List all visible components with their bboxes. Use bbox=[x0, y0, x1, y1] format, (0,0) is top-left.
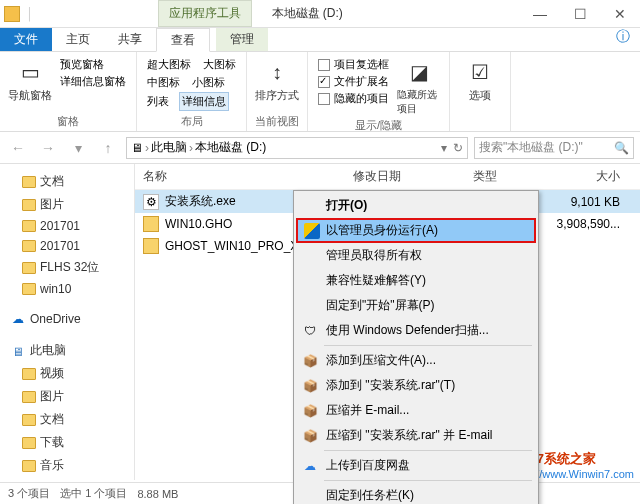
hide-selected-button[interactable]: ◪ 隐藏所选项目 bbox=[397, 56, 441, 116]
folder-icon bbox=[22, 414, 36, 426]
tab-home[interactable]: 主页 bbox=[52, 28, 104, 51]
window-controls: — ☐ ✕ bbox=[520, 0, 640, 28]
tab-view[interactable]: 查看 bbox=[156, 28, 210, 52]
pc-icon: 🖥 bbox=[131, 141, 143, 155]
nav-pane-icon: ▭ bbox=[14, 56, 46, 88]
tree-item-thispc[interactable]: 🖥此电脑 bbox=[4, 339, 130, 362]
ctx-defender[interactable]: 🛡使用 Windows Defender扫描... bbox=[296, 318, 536, 343]
chevron-right-icon: › bbox=[145, 141, 149, 155]
search-icon: 🔍 bbox=[614, 141, 629, 155]
options-button[interactable]: ☑ 选项 bbox=[458, 56, 502, 103]
search-placeholder: 搜索"本地磁盘 (D:)" bbox=[479, 139, 583, 156]
layout-extra-large[interactable]: 超大图标 bbox=[145, 56, 193, 73]
tab-share[interactable]: 共享 bbox=[104, 28, 156, 51]
group-label-panes: 窗格 bbox=[8, 112, 128, 129]
hide-icon: ◪ bbox=[403, 56, 435, 88]
help-icon[interactable]: ⓘ bbox=[606, 28, 640, 51]
tree-item-video[interactable]: 视频 bbox=[4, 362, 130, 385]
shield-icon bbox=[304, 223, 320, 239]
tree-item-docs2[interactable]: 文档 bbox=[4, 408, 130, 431]
col-name[interactable]: 名称 bbox=[135, 164, 345, 189]
tree-item-201701b[interactable]: 201701 bbox=[4, 236, 130, 256]
maximize-button[interactable]: ☐ bbox=[560, 0, 600, 28]
file-ext-toggle[interactable]: 文件扩展名 bbox=[316, 73, 391, 90]
ctx-take-ownership[interactable]: 管理员取得所有权 bbox=[296, 243, 536, 268]
search-input[interactable]: 搜索"本地磁盘 (D:)" 🔍 bbox=[474, 137, 634, 159]
up-button[interactable]: ↑ bbox=[96, 136, 120, 160]
tree-item-downloads[interactable]: 下载 bbox=[4, 431, 130, 454]
ctx-run-as-admin[interactable]: 以管理员身份运行(A) bbox=[296, 218, 536, 243]
context-menu: 打开(O) 以管理员身份运行(A) 管理员取得所有权 兼容性疑难解答(Y) 固定… bbox=[293, 190, 539, 504]
title-bar: │ 应用程序工具 本地磁盘 (D:) — ☐ ✕ bbox=[0, 0, 640, 28]
tree-item-documents[interactable]: 文档 bbox=[4, 170, 130, 193]
archive-icon: 📦 bbox=[302, 428, 318, 444]
tab-manage[interactable]: 管理 bbox=[216, 28, 268, 51]
tree-item-desktop[interactable]: 桌面 bbox=[4, 477, 130, 480]
ribbon-group-current-view: ↕ 排序方式 当前视图 bbox=[247, 52, 308, 131]
status-item-count: 3 个项目 bbox=[8, 486, 50, 501]
ctx-troubleshoot[interactable]: 兼容性疑难解答(Y) bbox=[296, 268, 536, 293]
ctx-email-rar[interactable]: 📦压缩到 "安装系统.rar" 并 E-mail bbox=[296, 423, 536, 448]
ctx-baidu[interactable]: ☁上传到百度网盘 bbox=[296, 453, 536, 478]
tree-item-music[interactable]: 音乐 bbox=[4, 454, 130, 477]
group-label-layout: 布局 bbox=[145, 112, 238, 129]
col-type[interactable]: 类型 bbox=[465, 164, 535, 189]
ctx-pin-taskbar[interactable]: 固定到任务栏(K) bbox=[296, 483, 536, 504]
item-checkboxes-toggle[interactable]: 项目复选框 bbox=[316, 56, 391, 73]
tree-item-201701a[interactable]: 201701 bbox=[4, 216, 130, 236]
breadcrumb-thispc[interactable]: 此电脑 bbox=[151, 139, 187, 156]
ribbon-group-panes: ▭ 导航窗格 预览窗格 详细信息窗格 窗格 bbox=[0, 52, 137, 131]
col-date[interactable]: 修改日期 bbox=[345, 164, 465, 189]
dropdown-icon[interactable]: ▾ bbox=[441, 141, 447, 155]
ctx-pin-start[interactable]: 固定到"开始"屏幕(P) bbox=[296, 293, 536, 318]
separator bbox=[324, 480, 532, 481]
status-selected: 选中 1 个项目 bbox=[60, 486, 127, 501]
tree-item-onedrive[interactable]: ☁OneDrive bbox=[4, 309, 130, 329]
tree-item-pictures[interactable]: 图片 bbox=[4, 193, 130, 216]
status-size: 8.88 MB bbox=[137, 488, 178, 500]
ctx-add-rar[interactable]: 📦添加到 "安装系统.rar"(T) bbox=[296, 373, 536, 398]
tree-item-pics2[interactable]: 图片 bbox=[4, 385, 130, 408]
folder-icon bbox=[22, 283, 36, 295]
layout-list[interactable]: 列表 bbox=[145, 92, 171, 111]
layout-details[interactable]: 详细信息 bbox=[179, 92, 229, 111]
minimize-button[interactable]: — bbox=[520, 0, 560, 28]
refresh-icon[interactable]: ↻ bbox=[453, 141, 463, 155]
address-bar: ← → ▾ ↑ 🖥 › 此电脑 › 本地磁盘 (D:) ▾ ↻ 搜索"本地磁盘 … bbox=[0, 132, 640, 164]
ribbon: ▭ 导航窗格 预览窗格 详细信息窗格 窗格 超大图标 大图标 中图标 小图标 列… bbox=[0, 52, 640, 132]
ribbon-group-options: ☑ 选项 bbox=[450, 52, 511, 131]
folder-icon bbox=[22, 262, 36, 274]
back-button[interactable]: ← bbox=[6, 136, 30, 160]
col-size[interactable]: 大小 bbox=[535, 164, 640, 189]
sort-icon: ↕ bbox=[261, 56, 293, 88]
navigation-tree[interactable]: 文档 图片 201701 201701 FLHS 32位 win10 ☁OneD… bbox=[0, 164, 135, 480]
layout-small[interactable]: 小图标 bbox=[190, 74, 227, 91]
sort-by-button[interactable]: ↕ 排序方式 bbox=[255, 56, 299, 103]
breadcrumb[interactable]: 🖥 › 此电脑 › 本地磁盘 (D:) ▾ ↻ bbox=[126, 137, 468, 159]
hidden-items-toggle[interactable]: 隐藏的项目 bbox=[316, 90, 391, 107]
separator bbox=[324, 450, 532, 451]
ribbon-tabs: 文件 主页 共享 查看 管理 ⓘ bbox=[0, 28, 640, 52]
quick-access-toolbar: │ bbox=[0, 6, 38, 22]
ctx-email[interactable]: 📦压缩并 E-mail... bbox=[296, 398, 536, 423]
ctx-add-archive[interactable]: 📦添加到压缩文件(A)... bbox=[296, 348, 536, 373]
folder-icon bbox=[22, 368, 36, 380]
forward-button[interactable]: → bbox=[36, 136, 60, 160]
layout-large[interactable]: 大图标 bbox=[201, 56, 238, 73]
layout-medium[interactable]: 中图标 bbox=[145, 74, 182, 91]
tree-item-win10[interactable]: win10 bbox=[4, 279, 130, 299]
tab-file[interactable]: 文件 bbox=[0, 28, 52, 51]
breadcrumb-drive[interactable]: 本地磁盘 (D:) bbox=[195, 139, 266, 156]
details-pane-button[interactable]: 详细信息窗格 bbox=[58, 73, 128, 90]
tree-item-flhs[interactable]: FLHS 32位 bbox=[4, 256, 130, 279]
navigation-pane-button[interactable]: ▭ 导航窗格 bbox=[8, 56, 52, 103]
ctx-open[interactable]: 打开(O) bbox=[296, 193, 536, 218]
history-dropdown[interactable]: ▾ bbox=[66, 136, 90, 160]
preview-pane-button[interactable]: 预览窗格 bbox=[58, 56, 128, 73]
ribbon-group-layout: 超大图标 大图标 中图标 小图标 列表 详细信息 布局 bbox=[137, 52, 247, 131]
folder-icon bbox=[143, 238, 159, 254]
onedrive-icon: ☁ bbox=[12, 312, 26, 326]
close-button[interactable]: ✕ bbox=[600, 0, 640, 28]
group-label-view: 当前视图 bbox=[255, 112, 299, 129]
separator bbox=[324, 345, 532, 346]
